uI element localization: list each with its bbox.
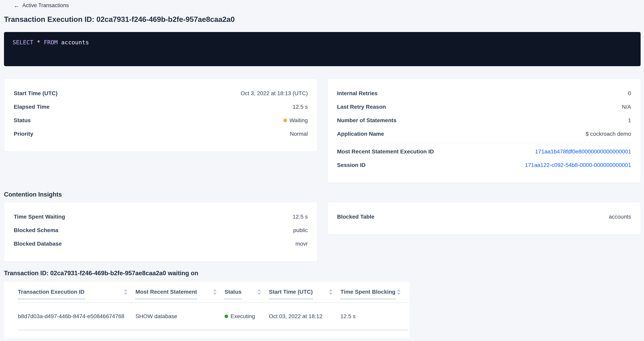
info-label: Session ID	[337, 162, 366, 168]
application-name-row: Application Name $ cockroach demo	[337, 127, 631, 141]
card-divider	[337, 143, 631, 143]
info-value: N/A	[622, 104, 631, 110]
cell-time-spent-blocking: 12.5 s	[340, 303, 408, 330]
contention-insights-cards: Time Spent Waiting 12.5 s Blocked Schema…	[4, 202, 641, 262]
executing-status-dot	[224, 315, 228, 318]
column-header-time-spent-blocking[interactable]: Time Spent Blocking	[340, 283, 408, 303]
sql-text: *	[34, 39, 44, 46]
start-time-row: Start Time (UTC) Oct 3, 2022 at 18:13 (U…	[14, 87, 308, 100]
elapsed-time-row: Elapsed Time 12.5 s	[14, 100, 308, 114]
sort-icon	[124, 289, 128, 295]
sql-text: accounts	[58, 39, 89, 46]
column-label: Status	[224, 289, 242, 295]
cell-most-recent-statement: SHOW database	[136, 303, 224, 330]
info-label: Blocked Table	[337, 214, 374, 220]
info-value: 0	[628, 90, 631, 97]
info-label: Priority	[14, 131, 33, 137]
status-text: Waiting	[290, 117, 308, 124]
info-label: Start Time (UTC)	[14, 90, 58, 97]
sql-keyword: SELECT	[12, 39, 34, 46]
number-of-statements-row: Number of Statements 1	[337, 114, 631, 127]
back-arrow-icon: ←	[14, 2, 20, 8]
info-label: Time Spent Waiting	[14, 214, 65, 220]
info-value: movr	[295, 241, 308, 247]
column-header-start-time[interactable]: Start Time (UTC)	[269, 283, 340, 303]
column-header-transaction-execution-id[interactable]: Transaction Execution ID	[18, 283, 136, 303]
statement-execution-id-row: Most Recent Statement Execution ID 171aa…	[337, 145, 631, 158]
priority-row: Priority Normal	[14, 127, 308, 141]
contention-insights-heading: Contention Insights	[4, 191, 644, 198]
info-value: accounts	[609, 214, 631, 220]
column-label: Start Time (UTC)	[269, 289, 313, 295]
info-label: Number of Statements	[337, 117, 396, 124]
info-value: 12.5 s	[292, 214, 308, 220]
table-row: b8d7d03a-d497-446b-8474-e50846674768 SHO…	[18, 303, 408, 330]
info-label: Elapsed Time	[14, 104, 50, 110]
transaction-summary-cards: Start Time (UTC) Oct 3, 2022 at 18:13 (U…	[4, 78, 641, 183]
info-label: Blocked Database	[14, 241, 62, 247]
sql-statement-box: SELECT * FROM accounts	[4, 32, 640, 66]
internal-retries-row: Internal Retries 0	[337, 87, 631, 100]
blocked-schema-row: Blocked Schema public	[14, 224, 308, 237]
info-label: Blocked Schema	[14, 227, 58, 234]
column-header-most-recent-statement[interactable]: Most Recent Statement	[136, 283, 224, 303]
info-value: Oct 3, 2022 at 18:13 (UTC)	[241, 90, 308, 97]
waiting-status-dot	[284, 119, 287, 122]
column-label: Transaction Execution ID	[18, 289, 84, 295]
contention-waiting-card: Time Spent Waiting 12.5 s Blocked Schema…	[4, 202, 318, 262]
info-label: Internal Retries	[337, 90, 378, 97]
table-header-row: Transaction Execution ID Most Recent Sta…	[18, 283, 408, 303]
info-value: $ cockroach demo	[586, 131, 631, 137]
sort-icon	[257, 289, 261, 295]
time-spent-waiting-row: Time Spent Waiting 12.5 s	[14, 210, 308, 224]
sort-icon	[213, 289, 216, 295]
waiting-on-heading: Transaction ID: 02ca7931-f246-469b-b2fe-…	[4, 270, 644, 277]
sql-keyword: FROM	[44, 39, 58, 46]
column-header-status[interactable]: Status	[224, 283, 269, 303]
status-badge: Waiting	[284, 117, 308, 124]
back-link[interactable]: ← Active Transactions	[0, 0, 69, 8]
blocked-database-row: Blocked Database movr	[14, 237, 308, 251]
status-text: Executing	[230, 313, 255, 320]
info-label: Application Name	[337, 131, 384, 137]
cell-transaction-execution-id: b8d7d03a-d497-446b-8474-e50846674768	[18, 303, 136, 330]
page-title: Transaction Execution ID: 02ca7931-f246-…	[4, 15, 644, 24]
info-value: 12.5 s	[292, 104, 308, 110]
info-value: Normal	[290, 131, 308, 137]
info-value: public	[293, 227, 308, 234]
waiting-on-table: Transaction Execution ID Most Recent Sta…	[18, 283, 408, 331]
status-row: Status Waiting	[14, 114, 308, 127]
cell-status: Executing	[224, 303, 269, 330]
overview-card: Start Time (UTC) Oct 3, 2022 at 18:13 (U…	[4, 78, 318, 152]
cell-start-time: Oct 03, 2022 at 18:12	[269, 303, 340, 330]
session-id-row: Session ID 171aa122-c092-54b8-0000-00000…	[337, 158, 631, 172]
column-label: Most Recent Statement	[136, 289, 197, 295]
info-label: Most Recent Statement Execution ID	[337, 148, 434, 155]
sort-icon	[397, 289, 400, 295]
sort-icon	[329, 289, 332, 295]
back-link-label: Active Transactions	[22, 2, 69, 8]
blocked-table-card: Blocked Table accounts	[327, 202, 641, 235]
blocked-table-row: Blocked Table accounts	[337, 210, 631, 224]
info-label: Last Retry Reason	[337, 104, 386, 110]
session-id-link[interactable]: 171aa122-c092-54b8-0000-000000000001	[525, 162, 631, 168]
status-badge: Executing	[224, 313, 255, 320]
waiting-on-table-card: Transaction Execution ID Most Recent Sta…	[4, 282, 410, 339]
last-retry-reason-row: Last Retry Reason N/A	[337, 100, 631, 114]
info-label: Status	[14, 117, 31, 124]
info-value: 1	[628, 117, 631, 124]
details-card: Internal Retries 0 Last Retry Reason N/A…	[327, 78, 641, 183]
statement-execution-id-link[interactable]: 171aa1b478fdf0e80000000000000001	[535, 148, 631, 155]
column-label: Time Spent Blocking	[340, 289, 396, 295]
